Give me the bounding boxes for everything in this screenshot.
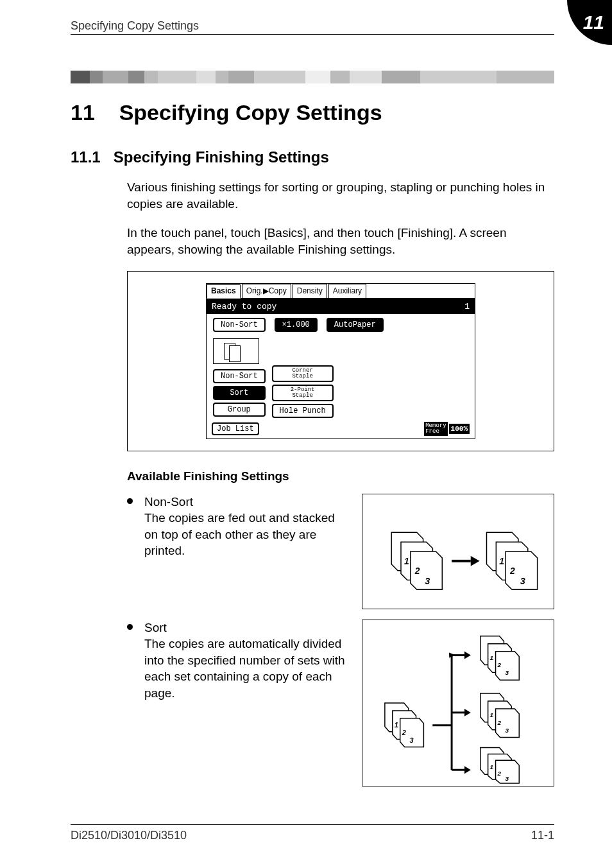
touch-panel: Basics Orig.▶Copy Density Auxiliary Read… (206, 283, 475, 439)
running-title: Specifying Copy Settings (71, 19, 199, 33)
svg-text:1: 1 (490, 711, 494, 718)
tab-auxiliary[interactable]: Auxiliary (328, 284, 366, 298)
chapter-number: 11 (71, 100, 95, 125)
status-count: 1 (464, 302, 470, 311)
bullet-dot-icon (127, 498, 133, 504)
option-hole-punch[interactable]: Hole Punch (272, 404, 334, 418)
touch-panel-body: Non-Sort Sort Group Corner Staple 2-Poin… (207, 336, 475, 422)
memory-free-label: Memory Free (424, 422, 447, 436)
svg-text:2: 2 (497, 770, 502, 777)
svg-text:3: 3 (425, 576, 430, 586)
svg-marker-17 (464, 708, 471, 716)
summary-nonsort[interactable]: Non-Sort (213, 318, 266, 332)
option-corner-staple[interactable]: Corner Staple (272, 365, 334, 382)
svg-text:1: 1 (395, 720, 398, 728)
footer-model: Di2510/Di3010/Di3510 (71, 829, 187, 842)
page-header: Specifying Copy Settings (71, 19, 554, 35)
touch-panel-status: Ready to copy 1 (207, 299, 475, 314)
svg-text:3: 3 (410, 736, 414, 743)
decorative-divider (71, 71, 554, 83)
svg-text:3: 3 (505, 775, 509, 782)
summary-autopaper[interactable]: AutoPaper (327, 318, 384, 332)
svg-marker-15 (464, 651, 471, 659)
corner-tab-number: 11 (583, 12, 604, 33)
touch-panel-left-col: Non-Sort Sort Group (213, 338, 266, 418)
tab-basics[interactable]: Basics (207, 284, 241, 299)
diagram-sort: 1 2 3 (362, 620, 554, 786)
bullet-sort: Sort The copies are automatically divide… (127, 620, 554, 786)
option-sort[interactable]: Sort (213, 386, 266, 400)
svg-text:2: 2 (414, 565, 420, 575)
option-2point-staple[interactable]: 2-Point Staple (272, 385, 334, 401)
svg-text:1: 1 (490, 763, 494, 770)
bullet-nonsort-text: Non-Sort The copies are fed out and stac… (144, 494, 350, 560)
svg-text:2: 2 (497, 661, 502, 668)
svg-text:1: 1 (499, 555, 504, 566)
section-number: 11.1 (71, 148, 101, 166)
status-text: Ready to copy (212, 302, 276, 311)
touch-panel-tabs: Basics Orig.▶Copy Density Auxiliary (207, 284, 475, 299)
available-finishing-heading: Available Finishing Settings (127, 469, 554, 483)
svg-text:2: 2 (509, 565, 515, 575)
paragraph-2: In the touch panel, touch [Basics], and … (127, 225, 554, 257)
chapter-name: Specifying Copy Settings (119, 100, 382, 125)
svg-text:3: 3 (505, 726, 509, 733)
svg-text:2: 2 (402, 728, 406, 736)
touch-panel-right-col: Corner Staple 2-Point Staple Hole Punch (272, 365, 334, 418)
svg-marker-4 (471, 555, 480, 566)
bullet-nonsort: Non-Sort The copies are fed out and stac… (127, 494, 554, 609)
bullet-nonsort-title: Non-Sort (144, 494, 350, 510)
memory-free-badge: Memory Free 100% (424, 422, 470, 436)
chapter-title: 11 Specifying Copy Settings (71, 100, 554, 125)
section-name: Specifying Finishing Settings (114, 148, 329, 166)
page-footer: Di2510/Di3010/Di3510 11-1 (71, 824, 554, 842)
svg-text:3: 3 (505, 669, 509, 676)
footer-page-number: 11-1 (531, 829, 554, 842)
screenshot-frame: Basics Orig.▶Copy Density Auxiliary Read… (127, 271, 554, 451)
svg-text:1: 1 (404, 555, 409, 566)
svg-text:2: 2 (497, 718, 502, 725)
option-nonsort[interactable]: Non-Sort (213, 369, 266, 383)
tab-orig-copy[interactable]: Orig.▶Copy (242, 284, 291, 298)
memory-free-value: 100% (449, 424, 470, 434)
section-title: 11.1 Specifying Finishing Settings (71, 148, 554, 166)
option-group[interactable]: Group (213, 403, 266, 417)
diagram-nonsort: 1 2 3 1 2 3 (362, 494, 554, 609)
job-list-button[interactable]: Job List (212, 422, 259, 435)
touch-panel-footer: Job List Memory Free 100% (207, 422, 475, 438)
svg-text:1: 1 (490, 654, 494, 661)
svg-marker-19 (464, 766, 471, 774)
bullet-sort-text: Sort The copies are automatically divide… (144, 620, 350, 702)
bullet-sort-title: Sort (144, 620, 350, 636)
bullet-dot-icon (127, 624, 133, 630)
paragraph-1: Various finishing settings for sorting o… (127, 179, 554, 212)
summary-zoom[interactable]: ×1.000 (275, 318, 318, 332)
bullet-nonsort-desc: The copies are fed out and stacked on to… (144, 511, 335, 557)
paper-stack-icon (213, 338, 259, 364)
touch-panel-summary-row: Non-Sort ×1.000 AutoPaper (207, 314, 475, 336)
tab-density[interactable]: Density (293, 284, 327, 298)
svg-text:3: 3 (520, 576, 525, 586)
bullet-sort-desc: The copies are automatically divided int… (144, 637, 345, 700)
